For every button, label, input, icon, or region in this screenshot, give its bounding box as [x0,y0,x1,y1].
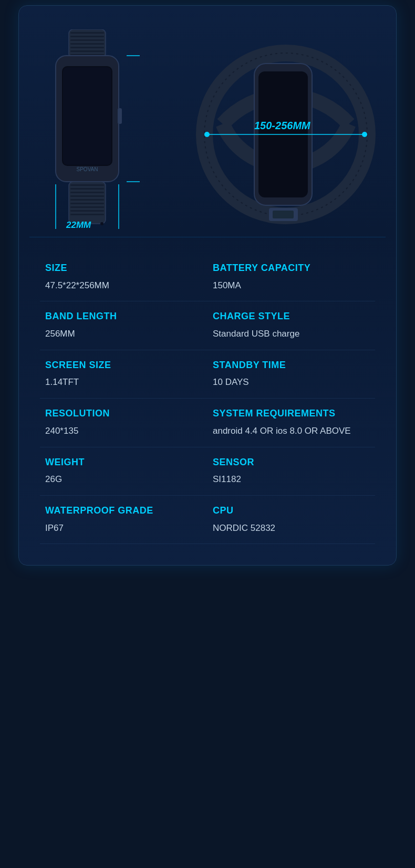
svg-rect-3 [70,39,104,41]
spec-value-battery-capacity: 150MA [213,279,370,292]
spec-label-resolution: RESOLUTION [45,408,202,420]
svg-rect-21 [70,210,104,212]
svg-rect-11 [118,108,122,124]
spec-label-standby-time: STANDBY TIME [213,360,370,371]
svg-rect-17 [70,195,104,197]
spec-label-size: SIZE [45,263,202,274]
spec-value-standby-time: 10 DAYS [213,376,370,389]
watch-side-view: 150-256MM [191,35,380,224]
spec-label-screen-size: SCREEN SIZE [45,360,202,371]
svg-rect-15 [70,188,104,190]
image-section: SPOVAN 47. [29,16,386,237]
svg-rect-2 [70,36,104,37]
spec-value-waterproof-grade: IP67 [45,522,202,535]
spec-item-cpu: CPU NORDIC 52832 [208,496,375,544]
svg-rect-42 [273,211,294,218]
spec-value-system-requirements: android 4.4 OR ios 8.0 OR ABOVE [213,425,370,437]
spec-value-charge-style: Standard USB charge [213,328,370,340]
section-divider [29,237,386,237]
spec-value-screen-size: 1.14TFT [45,376,202,389]
spec-label-battery-capacity: BATTERY CAPACITY [213,263,370,274]
spec-item-sensor: SENSOR SI1182 [208,447,375,496]
svg-rect-19 [70,203,104,204]
spec-item-size: SIZE 47.5*22*256MM [40,253,208,301]
spec-label-sensor: SENSOR [213,457,370,468]
svg-rect-6 [70,50,104,52]
spec-value-sensor: SI1182 [213,473,370,486]
spec-label-system-requirements: SYSTEM REQUIREMENTS [213,408,370,420]
spec-value-cpu: NORDIC 52832 [213,522,370,535]
svg-point-24 [100,222,103,225]
spec-value-band-length: 256MM [45,328,202,340]
product-spec-card: SPOVAN 47. [18,5,397,566]
svg-rect-1 [70,32,104,34]
spec-item-screen-size: SCREEN SIZE 1.14TFT [40,350,208,399]
spec-item-resolution: RESOLUTION 240*135 [40,399,208,447]
svg-rect-4 [70,43,104,45]
spec-label-cpu: CPU [213,505,370,517]
spec-value-weight: 26G [45,473,202,486]
spec-value-size: 47.5*22*256MM [45,279,202,292]
spec-item-battery-capacity: BATTERY CAPACITY 150MA [208,253,375,301]
spec-label-waterproof-grade: WATERPROOF GRADE [45,505,202,517]
svg-rect-18 [70,199,104,201]
spec-item-band-length: BAND LENGTH 256MM [40,301,208,350]
svg-rect-10 [63,67,111,165]
spec-item-waterproof-grade: WATERPROOF GRADE IP67 [40,496,208,544]
spec-item-standby-time: STANDBY TIME 10 DAYS [208,350,375,399]
svg-rect-22 [70,214,104,215]
spec-label-weight: WEIGHT [45,457,202,468]
svg-rect-5 [70,47,104,48]
specs-grid: SIZE 47.5*22*256MM BATTERY CAPACITY 150M… [40,253,375,544]
spec-value-resolution: 240*135 [45,425,202,437]
svg-text:22MM: 22MM [66,220,91,229]
spec-label-band-length: BAND LENGTH [45,311,202,322]
svg-rect-16 [70,192,104,193]
spec-label-charge-style: CHARGE STYLE [213,311,370,322]
spec-item-weight: WEIGHT 26G [40,447,208,496]
svg-rect-20 [70,206,104,208]
svg-rect-14 [70,184,104,186]
spec-item-charge-style: CHARGE STYLE Standard USB charge [208,301,375,350]
spec-item-system-requirements: SYSTEM REQUIREMENTS android 4.4 OR ios 8… [208,399,375,447]
specs-section: SIZE 47.5*22*256MM BATTERY CAPACITY 150M… [29,248,386,555]
svg-text:SPOVAN: SPOVAN [77,166,98,172]
watch-front-view: SPOVAN 47. [35,29,140,229]
svg-text:150-256MM: 150-256MM [254,120,311,131]
